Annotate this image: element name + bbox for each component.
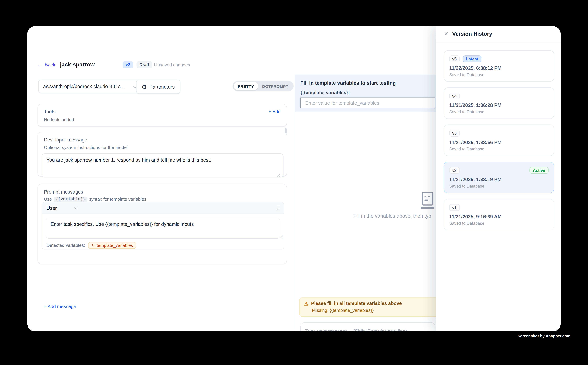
- tools-title: Tools: [44, 109, 55, 114]
- version-timestamp: 11/22/2025, 6:08:12 PM: [449, 65, 549, 71]
- syntax-prefix: Use: [44, 197, 52, 202]
- version-note: Saved to Database: [449, 221, 549, 225]
- unsaved-changes-label: Unsaved changes: [154, 62, 190, 68]
- screenshot-stage: ← Back jack-sparrow v2 Draft Unsaved cha…: [0, 0, 588, 365]
- add-tool-label: Add: [272, 109, 281, 114]
- pencil-icon: ✎: [91, 243, 95, 247]
- bot-head: [422, 192, 433, 206]
- version-card-v3[interactable]: v3 11/21/2025, 1:33:56 PM Saved to Datab…: [444, 125, 554, 156]
- version-history-title: Version History: [452, 31, 492, 37]
- chat-message-input[interactable]: [300, 322, 435, 331]
- close-icon[interactable]: ✕: [444, 30, 448, 38]
- toggle-pretty[interactable]: PRETTY: [234, 82, 258, 90]
- missing-variables-warning: ⚠ Please fill in all template variables …: [299, 297, 442, 317]
- app-window: ← Back jack-sparrow v2 Draft Unsaved cha…: [28, 26, 560, 331]
- parameters-button[interactable]: ⚙ Parameters: [136, 80, 180, 94]
- version-timestamp: 11/21/2025, 1:36:28 PM: [449, 102, 549, 108]
- template-variable-label: {{template_variables}}: [300, 90, 350, 95]
- version-note: Saved to Database: [449, 72, 549, 77]
- parameters-label: Parameters: [149, 84, 175, 90]
- detected-variable-name: template_variables: [97, 243, 133, 248]
- tools-card-header: Tools + Add: [44, 109, 281, 114]
- version-note: Saved to Database: [449, 147, 549, 151]
- view-mode-toggle: PRETTY DOTPROMPT: [233, 81, 294, 91]
- developer-message-textarea[interactable]: You are jack sparrow number 1, respond a…: [42, 154, 284, 178]
- toggle-dotprompt[interactable]: DOTPROMPT: [258, 82, 292, 90]
- role-select-value[interactable]: User: [47, 205, 57, 211]
- active-badge: Active: [529, 167, 549, 174]
- model-selector-value: aws/anthropic/bedrock-claude-3-5-s...: [43, 84, 133, 89]
- syntax-hint: Use {{variable}} syntax for template var…: [44, 197, 281, 202]
- version-card-v4[interactable]: v4 11/21/2025, 1:36:28 PM Saved to Datab…: [444, 87, 554, 119]
- back-arrow-icon: ←: [37, 62, 42, 67]
- message-role-header: User: [42, 202, 284, 214]
- message-textarea-wrap: Enter task specifics. Use {{template_var…: [42, 218, 284, 239]
- back-label: Back: [45, 62, 55, 68]
- syntax-suffix: syntax for template variables: [89, 197, 146, 202]
- version-card-v1[interactable]: v1 11/21/2025, 9:16:39 AM Saved to Datab…: [444, 199, 554, 230]
- version-badge: v2: [123, 61, 133, 68]
- message-block: User Enter task specifics. Use {{templat…: [42, 202, 284, 249]
- plus-icon: +: [44, 304, 46, 309]
- warning-icon: ⚠: [304, 301, 309, 306]
- chat-input-divider: [295, 321, 436, 321]
- watermark-text: Screenshot by Xnapper.com: [518, 334, 570, 338]
- version-history-panel: ✕ Version History v5 Latest 11/22/2025, …: [436, 26, 561, 331]
- version-card-v2[interactable]: v2 Active 11/21/2025, 1:33:19 PM Saved t…: [444, 162, 554, 193]
- developer-message-subtitle: Optional system instructions for the mod…: [44, 145, 281, 150]
- version-timestamp: 11/21/2025, 9:16:39 AM: [449, 214, 549, 219]
- version-number-badge: v1: [449, 204, 460, 211]
- template-variables-title: Fill in template variables to start test…: [300, 80, 396, 86]
- gear-icon: ⚙: [142, 84, 147, 90]
- test-chat-panel: Fill in template variables to start test…: [295, 75, 436, 331]
- version-timestamp: 11/21/2025, 1:33:56 PM: [449, 140, 549, 145]
- developer-message-textarea-wrap: You are jack sparrow number 1, respond a…: [44, 154, 281, 178]
- developer-message-title: Developer message: [44, 137, 281, 142]
- page-title: jack-sparrow: [60, 61, 95, 68]
- version-note: Saved to Database: [449, 110, 549, 114]
- version-number-badge: v4: [449, 93, 460, 99]
- empty-state-text: Fill in the variables above, then typ: [353, 213, 431, 219]
- version-history-header: ✕ Version History: [436, 26, 561, 42]
- app-header: ← Back jack-sparrow v2 Draft Unsaved cha…: [28, 26, 436, 75]
- latest-badge: Latest: [463, 56, 482, 62]
- detected-variable-chip[interactable]: ✎ template_variables: [88, 242, 136, 249]
- variable-syntax-chip: {{variable}}: [54, 197, 87, 202]
- warning-header: ⚠ Please fill in all template variables …: [304, 301, 437, 306]
- warning-title: Please fill in all template variables ab…: [311, 301, 402, 306]
- add-message-button[interactable]: + Add message: [44, 304, 76, 309]
- prompt-editor-panel: aws/anthropic/bedrock-claude-3-5-s... ⚙ …: [28, 75, 295, 331]
- version-card-v5[interactable]: v5 Latest 11/22/2025, 6:08:12 PM Saved t…: [444, 50, 554, 82]
- detected-variables-label: Detected variables:: [47, 243, 85, 248]
- version-number-badge: v5: [449, 56, 460, 62]
- chevron-down-icon[interactable]: [74, 205, 78, 210]
- model-selector[interactable]: aws/anthropic/bedrock-claude-3-5-s...: [38, 80, 141, 93]
- back-button[interactable]: ← Back: [37, 62, 55, 68]
- version-number-badge: v3: [449, 130, 460, 137]
- add-message-row: + Add message: [44, 304, 76, 309]
- bot-face-icon: [421, 192, 434, 209]
- version-timestamp: 11/21/2025, 1:33:19 PM: [449, 177, 549, 182]
- prompt-messages-title: Prompt messages: [44, 189, 281, 195]
- drag-handle-icon[interactable]: [277, 205, 279, 210]
- template-variable-input[interactable]: [300, 97, 435, 108]
- tools-empty-text: No tools added: [44, 117, 281, 122]
- template-variables-section: Fill in template variables to start test…: [295, 75, 436, 112]
- version-number-badge: v2: [449, 167, 460, 174]
- warning-detail: Missing: {{template_variables}}: [312, 308, 437, 313]
- add-message-label: Add message: [48, 304, 76, 309]
- version-note: Saved to Database: [449, 184, 549, 188]
- detected-variables-row: Detected variables: ✎ template_variables: [47, 242, 136, 249]
- draft-status-badge: Draft: [136, 61, 152, 68]
- user-message-textarea[interactable]: Enter task specifics. Use {{template_var…: [46, 218, 280, 239]
- tools-card: Tools + Add No tools added: [38, 104, 287, 127]
- prompt-messages-card: Prompt messages Use {{variable}} syntax …: [38, 184, 287, 264]
- developer-message-card: Developer message Optional system instru…: [38, 132, 287, 177]
- add-tool-button[interactable]: + Add: [269, 109, 281, 114]
- plus-icon: +: [269, 109, 271, 114]
